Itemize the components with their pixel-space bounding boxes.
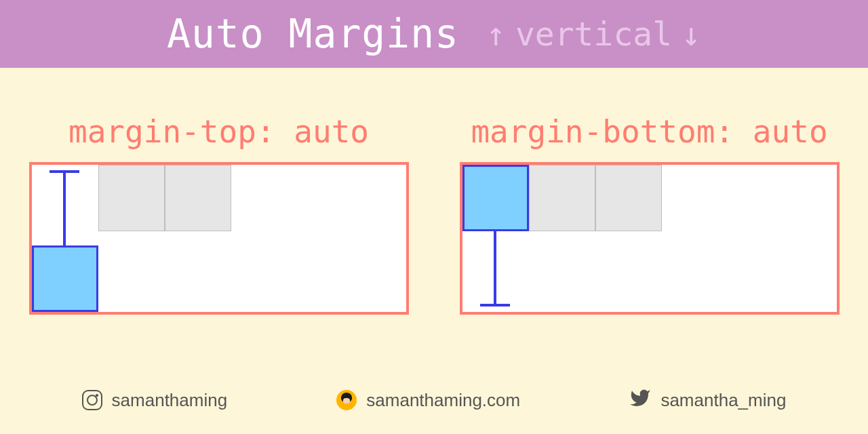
avatar-icon (336, 390, 357, 410)
arrow-up-icon: ↑ (486, 18, 506, 50)
margin-indicator-cap (480, 304, 510, 307)
panel-margin-top: margin-top: auto (29, 113, 409, 315)
panel-title-left: margin-top: auto (68, 113, 369, 150)
website-url: samanthaming.com (366, 390, 520, 411)
flex-item-grey (165, 165, 231, 231)
panel-title-right: margin-bottom: auto (471, 113, 827, 150)
footer-twitter: samantha_ming (629, 387, 786, 414)
footer-instagram: samanthaming (82, 390, 228, 411)
flex-item-grey (98, 165, 165, 231)
panel-margin-bottom: margin-bottom: auto (460, 113, 840, 315)
twitter-icon (629, 387, 651, 414)
arrow-down-icon: ↓ (682, 18, 701, 50)
instagram-icon (82, 390, 102, 410)
flex-item-blue (462, 165, 529, 231)
subtitle-text: vertical (515, 15, 672, 53)
flex-container-right (460, 162, 840, 315)
twitter-handle: samantha_ming (660, 390, 786, 411)
flex-item-blue (32, 245, 98, 312)
footer-credits: samanthaming samanthaming.com samantha_m… (0, 373, 868, 434)
flex-item-grey (529, 165, 595, 231)
margin-indicator-line (494, 231, 496, 306)
header-subtitle: ↑ vertical ↓ (486, 15, 701, 53)
margin-indicator-line (63, 170, 66, 246)
flex-container-left (29, 162, 409, 315)
footer-website: samanthaming.com (336, 390, 520, 411)
instagram-handle: samanthaming (112, 390, 228, 411)
main-content: margin-top: auto margin-bottom: auto (0, 68, 868, 373)
header-bar: Auto Margins ↑ vertical ↓ (0, 0, 868, 68)
page-title: Auto Margins (167, 11, 459, 57)
flex-item-grey (595, 165, 662, 231)
